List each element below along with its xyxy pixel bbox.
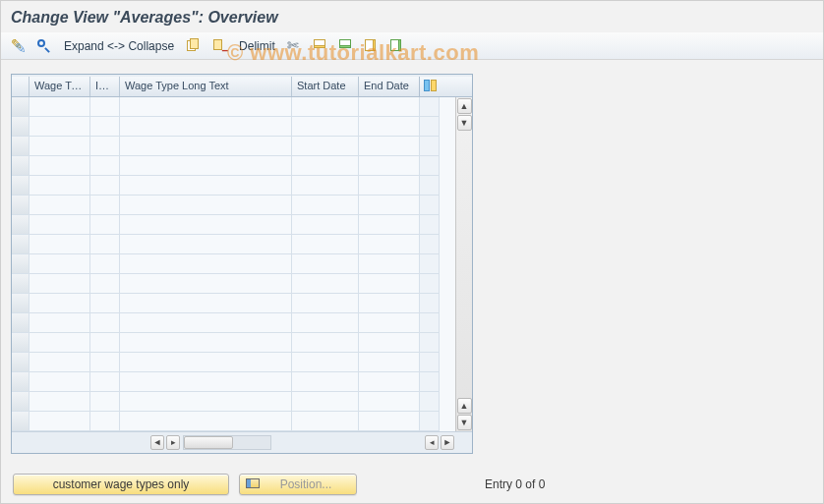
cell-end-date[interactable] xyxy=(359,254,420,274)
column-header-selector[interactable] xyxy=(12,77,29,96)
copy-button[interactable] xyxy=(184,36,204,56)
cell-start-date[interactable] xyxy=(292,137,359,156)
cell-end-date[interactable] xyxy=(359,117,420,137)
cell-long-text[interactable] xyxy=(120,97,292,117)
cell-inf[interactable] xyxy=(90,254,120,274)
select-all-button[interactable] xyxy=(311,36,330,56)
row-selector[interactable] xyxy=(12,313,29,333)
row-selector[interactable] xyxy=(12,372,29,392)
cell-end-date[interactable] xyxy=(359,274,420,294)
cell-wage-type[interactable] xyxy=(29,156,90,176)
cell-long-text[interactable] xyxy=(120,176,292,196)
cell-start-date[interactable] xyxy=(292,97,359,117)
cell-inf[interactable] xyxy=(90,333,120,353)
row-selector[interactable] xyxy=(12,97,29,117)
cell-start-date[interactable] xyxy=(292,372,359,392)
row-selector[interactable] xyxy=(12,137,29,156)
row-selector[interactable] xyxy=(12,294,29,313)
cell-end-date[interactable] xyxy=(359,176,420,196)
cell-start-date[interactable] xyxy=(292,235,359,254)
column-header-start-date[interactable]: Start Date xyxy=(292,77,359,96)
row-selector[interactable] xyxy=(12,412,29,431)
cell-wage-type[interactable] xyxy=(29,274,90,294)
cell-inf[interactable] xyxy=(90,235,120,254)
cell-start-date[interactable] xyxy=(292,156,359,176)
cell-wage-type[interactable] xyxy=(29,176,90,196)
cell-long-text[interactable] xyxy=(120,333,292,353)
horizontal-scrollbar[interactable] xyxy=(183,435,271,450)
cell-wage-type[interactable] xyxy=(29,353,90,372)
cell-inf[interactable] xyxy=(90,137,120,156)
cell-long-text[interactable] xyxy=(120,372,292,392)
row-selector[interactable] xyxy=(12,333,29,353)
cell-start-date[interactable] xyxy=(292,294,359,313)
vertical-scrollbar[interactable]: ▲ ▼ ▲ ▼ xyxy=(455,97,472,431)
cell-start-date[interactable] xyxy=(292,274,359,294)
cell-long-text[interactable] xyxy=(120,215,292,235)
configure-columns-button[interactable] xyxy=(420,77,440,96)
hscroll-last-button[interactable]: ► xyxy=(441,435,454,450)
cell-long-text[interactable] xyxy=(120,117,292,137)
row-selector[interactable] xyxy=(12,353,29,372)
cell-inf[interactable] xyxy=(90,274,120,294)
cell-start-date[interactable] xyxy=(292,117,359,137)
cell-wage-type[interactable] xyxy=(29,196,90,215)
cell-end-date[interactable] xyxy=(359,156,420,176)
cell-start-date[interactable] xyxy=(292,313,359,333)
cell-wage-type[interactable] xyxy=(29,294,90,313)
cell-wage-type[interactable] xyxy=(29,372,90,392)
cell-inf[interactable] xyxy=(90,372,120,392)
cell-inf[interactable] xyxy=(90,392,120,412)
cell-start-date[interactable] xyxy=(292,196,359,215)
cell-start-date[interactable] xyxy=(292,392,359,412)
cell-long-text[interactable] xyxy=(120,392,292,412)
cell-inf[interactable] xyxy=(90,313,120,333)
expand-collapse-button[interactable]: Expand <-> Collapse xyxy=(60,39,178,53)
customer-wage-types-button[interactable]: customer wage types only xyxy=(13,474,229,495)
column-header-long-text[interactable]: Wage Type Long Text xyxy=(120,77,292,96)
cell-end-date[interactable] xyxy=(359,353,420,372)
cell-long-text[interactable] xyxy=(120,412,292,431)
find-button[interactable] xyxy=(34,36,54,56)
cell-wage-type[interactable] xyxy=(29,412,90,431)
cell-long-text[interactable] xyxy=(120,353,292,372)
table-settings-button[interactable] xyxy=(387,36,407,56)
cell-inf[interactable] xyxy=(90,156,120,176)
deselect-all-button[interactable] xyxy=(362,36,382,56)
delimit-button[interactable]: Delimit xyxy=(235,39,279,53)
row-selector[interactable] xyxy=(12,274,29,294)
row-selector[interactable] xyxy=(12,235,29,254)
cell-end-date[interactable] xyxy=(359,137,420,156)
cell-inf[interactable] xyxy=(90,294,120,313)
cell-end-date[interactable] xyxy=(359,294,420,313)
cell-inf[interactable] xyxy=(90,176,120,196)
hscroll-left-button[interactable]: ▸ xyxy=(166,435,180,450)
row-selector[interactable] xyxy=(12,156,29,176)
delete-button[interactable] xyxy=(209,36,229,56)
cell-end-date[interactable] xyxy=(359,196,420,215)
cell-end-date[interactable] xyxy=(359,412,420,431)
cell-wage-type[interactable] xyxy=(29,313,90,333)
hscroll-first-button[interactable]: ◄ xyxy=(150,435,164,450)
row-selector[interactable] xyxy=(12,196,29,215)
row-selector[interactable] xyxy=(12,215,29,235)
cell-end-date[interactable] xyxy=(359,372,420,392)
cell-start-date[interactable] xyxy=(292,254,359,274)
cell-end-date[interactable] xyxy=(359,313,420,333)
cell-end-date[interactable] xyxy=(359,97,420,117)
scroll-down-button[interactable]: ▼ xyxy=(457,415,472,430)
cell-inf[interactable] xyxy=(90,412,120,431)
cell-end-date[interactable] xyxy=(359,215,420,235)
cell-long-text[interactable] xyxy=(120,274,292,294)
undo-button[interactable] xyxy=(285,36,305,56)
column-header-end-date[interactable]: End Date xyxy=(359,77,420,96)
column-header-wage-type[interactable]: Wage Ty... xyxy=(29,77,90,96)
cell-start-date[interactable] xyxy=(292,353,359,372)
cell-inf[interactable] xyxy=(90,97,120,117)
cell-long-text[interactable] xyxy=(120,313,292,333)
cell-start-date[interactable] xyxy=(292,215,359,235)
cell-wage-type[interactable] xyxy=(29,137,90,156)
cell-wage-type[interactable] xyxy=(29,97,90,117)
cell-start-date[interactable] xyxy=(292,333,359,353)
cell-start-date[interactable] xyxy=(292,412,359,431)
